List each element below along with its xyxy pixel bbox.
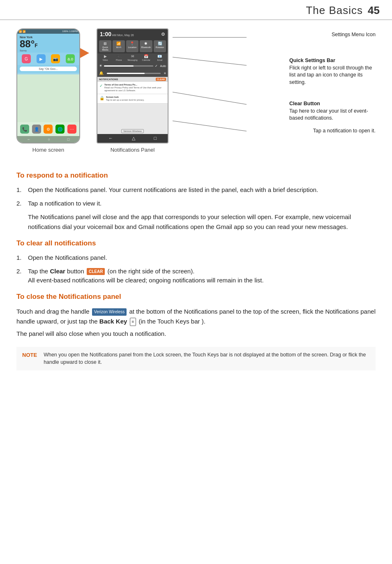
qs-wifi: 📶Wi-Fi <box>113 40 125 52</box>
menu-key-icon: □ <box>154 136 157 141</box>
notif-panel-caption: Notifications Panel <box>111 147 155 153</box>
menu-nav: □ <box>67 137 69 141</box>
respond-step-2: 2. Tap a notification to view it. <box>16 199 376 208</box>
svg-line-3 <box>173 121 247 131</box>
respond-step-1: 1. Open the Notifications panel. Your cu… <box>16 185 376 195</box>
clear-step-1: 1. Open the Notifications panel. <box>16 253 376 263</box>
app-icon: G <box>22 54 31 63</box>
status-bar: 📶 📶 100% 1:00PM <box>17 29 79 34</box>
clear-step-num-1: 1. <box>16 253 25 263</box>
qs-app-email: 📧Email <box>154 54 166 61</box>
notif-panel-col: 1:00 AM Mon, May 26 ⚙ ⊞Quick Media 📶Wi-F… <box>97 28 168 153</box>
np-notif-header: NOTIFICATIONS CLEAR <box>97 77 168 82</box>
clear-step-2-body: Tap the Clear button CLEAR (on the right… <box>28 267 376 285</box>
qs-location: 📍Location <box>126 40 138 52</box>
step-num-1: 1. <box>16 185 25 195</box>
back-key-bold: Back Key <box>99 318 127 325</box>
page-number: 45 <box>368 4 380 17</box>
tap-notif-annotation: Tap a notification to open it. <box>313 128 376 134</box>
np-sound-row: 🔔 ≡ <box>97 69 168 77</box>
respond-section-title: To respond to a notification <box>16 171 376 180</box>
contacts-app-icon: 👤 <box>32 125 41 134</box>
np-bottom-bar: ← △ □ <box>97 134 168 143</box>
np-qs-bar: ⊞Quick Media 📶Wi-Fi 📍Location ✱Bluetooth… <box>97 39 168 53</box>
diagram-section: 📶 📶 100% 1:00PM New York 88°F Sunny G ▶ … <box>0 20 392 160</box>
page-title: The Basics <box>306 4 363 17</box>
phone-app-icon: 📞 <box>20 125 29 134</box>
note-box: NOTE When you open the Notifications pan… <box>16 347 376 371</box>
clear-step-num-2: 2. <box>16 267 25 285</box>
np-clear-button[interactable]: CLEAR <box>156 78 166 81</box>
clear-step-1-text: Open the Notifications panel. <box>28 253 376 263</box>
clear-steps: 1. Open the Notifications panel. 2. Tap … <box>16 253 376 285</box>
respond-step-2-text: Tap a notification to view it. <box>28 199 376 208</box>
more-app-icon: ⋯ <box>67 125 76 134</box>
note-text: When you open the Notifications panel fr… <box>44 351 370 367</box>
clear-button-title: Clear Button <box>289 100 376 108</box>
app-icon: a.o <box>66 54 75 63</box>
tap-notif-label: Tap a notification to open it. <box>313 128 376 134</box>
clear-section-title: To clear all notifications <box>16 239 376 247</box>
home-screen-col: 📶 📶 100% 1:00PM New York 88°F Sunny G ▶ … <box>16 28 80 153</box>
bottom-apps: 📞 👤 ⚙ 🌐 ⋯ <box>17 122 79 136</box>
np-ampm: AM Mon, May 26 <box>112 34 134 37</box>
notif-2-desc: Tap to set up a screen lock for privacy. <box>106 99 144 102</box>
content-area: To respond to a notification 1. Open the… <box>0 160 392 379</box>
arrow-container <box>80 28 92 57</box>
close-line2: The panel will also close when you touch… <box>16 329 376 339</box>
np-brightness-row: ☀ ✓ Auto <box>97 62 168 69</box>
home-screen-caption: Home screen <box>32 147 64 153</box>
notif-lock-icon: 🔒 <box>99 96 104 100</box>
qs-app-video: ▶Video <box>99 54 111 61</box>
home-screen: 📶 📶 100% 1:00PM New York 88°F Sunny G ▶ … <box>17 29 79 143</box>
qs-app-cal: 📅Calendar <box>140 54 152 61</box>
clear-button-annotation: Clear Button Tap here to clear your list… <box>289 100 376 122</box>
settings-menu-annotation: Settings Menu Icon <box>332 32 376 37</box>
clear-button-desc: Tap here to clear your list of event-bas… <box>289 108 376 122</box>
clear-bold: Clear <box>50 268 65 275</box>
arrow-right-icon <box>80 49 92 57</box>
condition-label: Sunny <box>20 49 77 52</box>
verizon-handle-badge: Verizon Wireless <box>92 308 127 316</box>
nav-bar: ← ○ □ <box>17 136 79 143</box>
temp-display: 88°F <box>20 39 77 49</box>
clear-step-2-line2: All event-based notifications will be cl… <box>28 277 264 284</box>
clear-badge: CLEAR <box>87 268 105 275</box>
signal-icons: 📶 📶 <box>19 30 25 33</box>
browser-app-icon: 🌐 <box>55 125 65 134</box>
np-time-bar: 1:00 AM Mon, May 26 ⚙ <box>97 29 168 39</box>
notif-header-label: NOTIFICATIONS <box>99 78 118 81</box>
qs-app-msg: ✉Messaging <box>126 54 138 61</box>
back-nav: ← <box>27 137 31 141</box>
clear-step-2: 2. Tap the Clear button CLEAR (on the ri… <box>16 267 376 285</box>
qs-quick: ⊞Quick Media <box>99 40 111 52</box>
svg-line-1 <box>173 57 247 65</box>
qs-bluetooth: ✱Bluetooth <box>140 40 152 52</box>
carrier-handle: Verizon Wireless <box>121 129 144 133</box>
settings-gear-icon: ⚙ <box>161 32 165 37</box>
home-nav: ○ <box>48 137 50 141</box>
svg-line-2 <box>173 92 247 104</box>
google-bar: Say "Ok Goo... <box>20 67 77 71</box>
annotation-lines-svg <box>173 28 376 156</box>
back-key-icon: ← <box>108 136 113 141</box>
app-icon: 📷 <box>51 54 60 63</box>
quick-settings-desc: Flick right or left to scroll through th… <box>289 65 376 86</box>
notif-panel-mockup: 1:00 AM Mon, May 26 ⚙ ⊞Quick Media 📶Wi-F… <box>97 28 168 143</box>
annotations-col: Settings Menu Icon Quick Settings Bar Fl… <box>173 28 376 156</box>
notif-1-desc: Read our Privacy Policy and Terms of Use… <box>104 86 166 92</box>
apps-row-1: G ▶ 📷 a.o <box>17 53 79 65</box>
note-label: NOTE <box>22 351 37 367</box>
qs-rotation: 🔄Rotation <box>154 40 166 52</box>
respond-steps: 1. Open the Notifications panel. Your cu… <box>16 185 376 208</box>
settings-app-icon: ⚙ <box>44 125 53 134</box>
respond-step-1-text: Open the Notifications panel. Your curre… <box>28 185 376 195</box>
np-time: 1:00 <box>100 31 111 37</box>
quick-settings-annotation: Quick Settings Bar Flick right or left t… <box>289 57 376 86</box>
qs-app-phone: 📞Phone <box>113 54 125 61</box>
back-key-icon-display: ≡ <box>130 318 136 326</box>
close-section-title: To close the Notifications panel <box>16 293 376 301</box>
close-para: Touch and drag the handle Verizon Wirele… <box>16 307 376 326</box>
home-screen-mockup: 📶 📶 100% 1:00PM New York 88°F Sunny G ▶ … <box>16 28 80 143</box>
step-num-2: 2. <box>16 199 25 208</box>
